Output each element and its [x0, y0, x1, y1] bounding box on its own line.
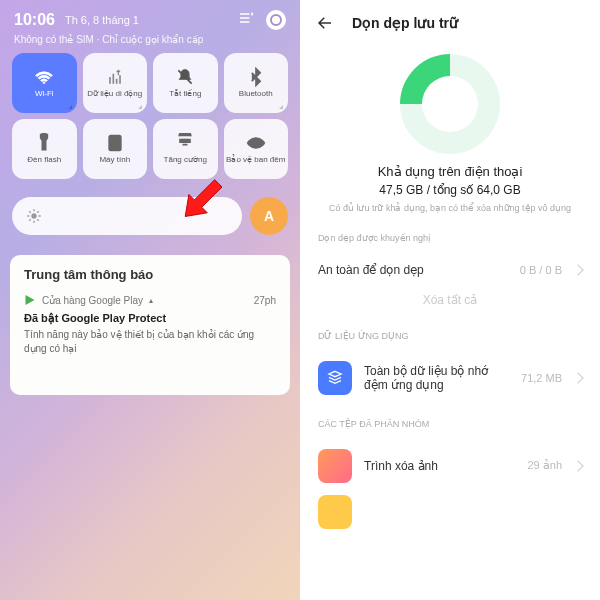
row-label: Trình xóa ảnh [364, 459, 515, 473]
notification-center: Trung tâm thông báo Cửa hàng Google Play… [10, 255, 290, 395]
qs-tile-calculator[interactable]: Máy tính [83, 119, 148, 179]
section-label: CÁC TỆP ĐÃ PHÂN NHÓM [318, 419, 582, 429]
date: Th 6, 8 tháng 1 [65, 14, 238, 26]
section-recommended: Dọn dẹp được khuyến nghị An toàn để dọn … [300, 219, 600, 317]
section-app-data: DỮ LIỆU ỨNG DỤNG Toàn bộ dữ liệu bộ nhớ … [300, 317, 600, 405]
avail-value: 47,5 GB / tổng số 64,0 GB [320, 183, 580, 197]
svg-point-1 [184, 140, 186, 142]
row-safe-clean[interactable]: An toàn để dọn dẹp 0 B / 0 B [318, 253, 582, 287]
svg-point-2 [253, 141, 258, 146]
avail-note: Có đủ lưu trữ khả dụng, bạn có thể xóa n… [320, 203, 580, 215]
qs-label: Wi-Fi [35, 90, 54, 99]
pointer-arrow-icon [176, 176, 222, 222]
qs-label: Đèn flash [27, 156, 61, 165]
storage-chart [300, 46, 600, 160]
avail-title: Khả dụng trên điện thoại [320, 164, 580, 179]
chevron-right-icon [572, 372, 583, 383]
section-grouped-files: CÁC TỆP ĐÃ PHÂN NHÓM Trình xóa ảnh 29 ản… [300, 405, 600, 539]
edit-icon[interactable] [238, 10, 254, 30]
row-label: An toàn để dọn dẹp [318, 263, 508, 277]
notif-title: Đã bật Google Play Protect [24, 312, 276, 325]
qs-label: Máy tính [99, 156, 130, 165]
row-label: Toàn bộ dữ liệu bộ nhớ đệm ứng dụng [364, 364, 509, 392]
clock: 10:06 [14, 11, 55, 29]
storage-summary: Khả dụng trên điện thoại 47,5 GB / tổng … [300, 160, 600, 219]
qs-label: Tăng cường [164, 156, 207, 165]
photo-icon [318, 449, 352, 483]
sim-status: Không có thẻ SIM · Chỉ cuộc gọi khẩn cấp [0, 34, 300, 53]
back-icon[interactable] [316, 14, 334, 32]
section-label: DỮ LIỆU ỨNG DỤNG [318, 331, 582, 341]
settings-icon[interactable] [266, 10, 286, 30]
section-label: Dọn dẹp được khuyến nghị [318, 233, 582, 243]
header: Dọn dẹp lưu trữ [300, 0, 600, 46]
row-item[interactable] [318, 493, 582, 539]
notif-section-title: Trung tâm thông báo [24, 267, 276, 282]
svg-rect-0 [109, 136, 121, 151]
qs-tile-data[interactable]: Dữ liệu di động [83, 53, 148, 113]
auto-brightness-button[interactable]: A [250, 197, 288, 235]
qs-tile-mute[interactable]: Tắt tiếng [153, 53, 218, 113]
page-title: Dọn dẹp lưu trữ [352, 15, 458, 31]
delete-all-button[interactable]: Xóa tất cả [318, 287, 582, 317]
row-value: 71,2 MB [521, 372, 562, 384]
row-photo-cleaner[interactable]: Trình xóa ảnh 29 ảnh [318, 439, 582, 493]
play-store-icon [24, 294, 36, 306]
cache-icon [318, 361, 352, 395]
qs-label: Tắt tiếng [169, 90, 201, 99]
qs-label: Bảo vệ ban đêm [226, 156, 285, 165]
row-value: 0 B / 0 B [520, 264, 562, 276]
storage-cleanup-screen: Dọn dẹp lưu trữ Khả dụng trên điện thoại… [300, 0, 600, 600]
file-icon [318, 495, 352, 529]
row-value: 29 ảnh [527, 459, 562, 472]
chevron-right-icon [572, 460, 583, 471]
notif-time: 27ph [254, 295, 276, 306]
qs-label: Dữ liệu di động [87, 90, 142, 99]
chevron-right-icon [572, 264, 583, 275]
notif-source: Cửa hàng Google Play [42, 295, 143, 306]
qs-tile-wifi[interactable]: Wi-Fi [12, 53, 77, 113]
pie-chart [400, 54, 500, 154]
status-bar: 10:06 Th 6, 8 tháng 1 [0, 0, 300, 34]
row-cache[interactable]: Toàn bộ dữ liệu bộ nhớ đệm ứng dụng 71,2… [318, 351, 582, 405]
qs-tile-flashlight[interactable]: Đèn flash [12, 119, 77, 179]
svg-point-3 [31, 213, 36, 218]
qs-tile-eyecare[interactable]: Bảo vệ ban đêm [224, 119, 289, 179]
qs-tile-boost[interactable]: Tăng cường [153, 119, 218, 179]
brightness-icon [26, 208, 42, 224]
notif-body: Tính năng này bảo vệ thiết bị của bạn kh… [24, 328, 276, 356]
quick-settings-grid: Wi-Fi Dữ liệu di động Tắt tiếng Bluetoot… [0, 53, 300, 179]
notification-item[interactable]: Cửa hàng Google Play ▴ 27ph [24, 294, 276, 306]
quick-settings-screen: 10:06 Th 6, 8 tháng 1 Không có thẻ SIM ·… [0, 0, 300, 600]
qs-label: Bluetooth [239, 90, 273, 99]
qs-tile-bluetooth[interactable]: Bluetooth [224, 53, 289, 113]
brightness-row: A [12, 197, 288, 235]
